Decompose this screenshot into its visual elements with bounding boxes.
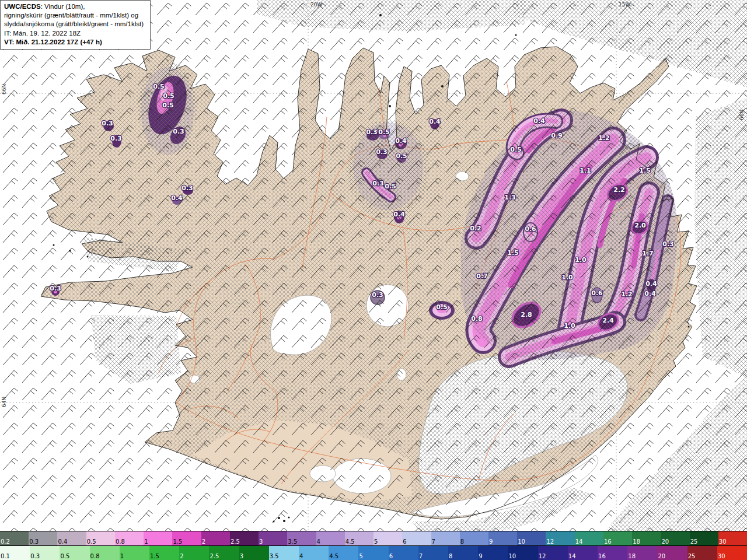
colorbar-value: 0.3 [30,554,40,559]
map-value-label: 1.0 [564,322,575,330]
colorbar-value: 3 [240,554,243,559]
map-value-label: 1.2 [621,290,633,298]
map-value-label: 0.3 [372,291,383,299]
map-value-label: 1.3 [504,194,516,201]
map-value-label: 0.5 [378,128,390,136]
colorbar-value: 4.5 [329,554,338,559]
colorbar-segment: 2.5 [230,531,259,545]
map-value-label: 0.3 [110,135,122,142]
colorbar-segment: 1 [144,531,172,545]
colorbar-segment: 3.5 [269,546,299,560]
colorbar-value: 14 [575,539,583,545]
colorbar-segment: 0.4 [57,531,86,545]
colorbar-value: 6 [403,539,406,545]
colorbar-segment: 3 [259,531,287,545]
colorbar-segment: 0.2 [0,531,29,545]
colorbar-segment: 6 [402,531,431,545]
map-value-label: 0.4 [429,118,441,125]
map-value-label: 0.9 [551,132,563,139]
colorbar-value: 4 [299,554,303,559]
colorbar-segment: 10 [508,546,537,560]
map-value-label: 0.4 [645,280,657,288]
colorbar-value: 20 [661,539,669,545]
colorbar-value: 14 [568,554,576,559]
colorbar-value: 4.5 [345,539,355,545]
colorbar-value: 0.5 [87,539,96,545]
header-line1-rest: : Vindur (10m), [41,3,85,10]
colorbar-value: 16 [598,554,606,559]
colorbar-value: 0.4 [58,539,67,545]
colorbar-value: 30 [718,554,725,559]
map-value-label: 0.5 [385,183,396,190]
colorbar-sleet-snow: 0.20.30.40.50.811.522.533.544.5567891012… [0,531,747,545]
colorbar-value: 10 [518,539,525,545]
map-value-label: 1.5 [507,249,519,257]
colorbar-value: 0.8 [116,539,125,545]
colorbar-segment: 0.8 [115,531,144,545]
colorbar-value: 18 [633,539,640,545]
colorbar-value: 9 [479,554,482,559]
weather-map: 20W15W66N64N66N 0.50.50.50.30.30.30.30.4… [0,0,747,560]
map-value-label: 0.4 [644,290,656,298]
map-value-label: 1.2 [598,134,610,142]
map-value-label: 0.5 [436,303,448,311]
colorbar-value: 3.5 [270,554,279,559]
colorbar-segment: 2 [179,546,209,560]
colorbar-value: 30 [719,539,727,545]
map-value-label: 0.7 [476,272,488,280]
weather-map-page: 20W15W66N64N66N 0.50.50.50.30.30.30.30.4… [0,0,747,560]
colorbar-segment: 6 [389,546,418,560]
colorbar-segment: 25 [687,546,717,560]
colorbar-value: 12 [546,539,554,545]
header-line2: rigning/skúrir (grænt/blátt/rautt - mm/1… [4,11,146,20]
map-value-label: 2.4 [602,317,614,324]
colorbar-segment: 2 [201,531,230,545]
init-time: IT: Mán. 19. 12. 2022 18Z [4,29,146,38]
colorbar-value: 1.5 [150,554,159,559]
colorbar-segment: 20 [661,531,689,545]
product-name: UWC/ECDS [4,3,41,10]
map-value-label: 2.0 [634,222,646,229]
colorbar-value: 10 [508,554,516,559]
colorbar-segment: 0.8 [90,546,120,560]
colorbar-segment: 30 [717,546,747,560]
map-value-label: 0.3 [372,180,384,187]
map-value-label: 0.3 [376,148,388,156]
map-value-label: 1.5 [639,167,651,174]
colorbar-value: 0.2 [1,539,10,545]
colorbar-segment: 4 [316,531,345,545]
map-value-label: 0.5 [153,83,165,90]
map-value-label: 0.3 [662,240,674,248]
colorbar-segment: 4 [299,546,329,560]
colorbar-rain: 0.10.30.50.811.522.533.544.5567891012141… [0,545,747,560]
colorbar-value: 3.5 [288,539,297,545]
colorbar-segment: 9 [478,546,508,560]
colorbar-legend: 0.20.30.40.50.811.522.533.544.5567891012… [0,531,747,560]
map-value-label: 1.0 [575,256,587,264]
colorbar-value: 2 [180,554,183,559]
colorbar-segment: 0.3 [30,546,60,560]
colorbar-value: 2 [202,539,205,545]
legend-info-box: UWC/ECDS: Vindur (10m), rigning/skúrir (… [0,0,151,50]
map-value-label: 1.7 [642,250,654,257]
colorbar-segment: 9 [488,531,517,545]
map-value-label: 0.4 [171,194,183,202]
map-value-label: 0.4 [393,211,405,218]
colorbar-segment: 7 [418,546,448,560]
colorbar-value: 0.1 [1,554,10,559]
map-value-label: 0.3 [181,184,193,192]
colorbar-segment: 16 [603,531,632,545]
colorbar-segment: 14 [568,546,598,560]
map-value-label: 0.5 [396,152,407,160]
colorbar-segment: 12 [538,546,568,560]
map-value-label: 0.4 [533,117,545,125]
colorbar-segment: 0.5 [60,546,89,560]
valid-time: VT: Mið. 21.12.2022 17Z (+47 h) [4,38,146,47]
colorbar-segment: 0.3 [29,531,57,545]
colorbar-value: 8 [449,554,452,559]
colorbar-segment: 1 [120,546,149,560]
colorbar-segment: 5 [358,546,388,560]
colorbar-value: 5 [359,554,362,559]
colorbar-segment: 8 [460,531,488,545]
latitude-label: 64N [1,397,7,407]
